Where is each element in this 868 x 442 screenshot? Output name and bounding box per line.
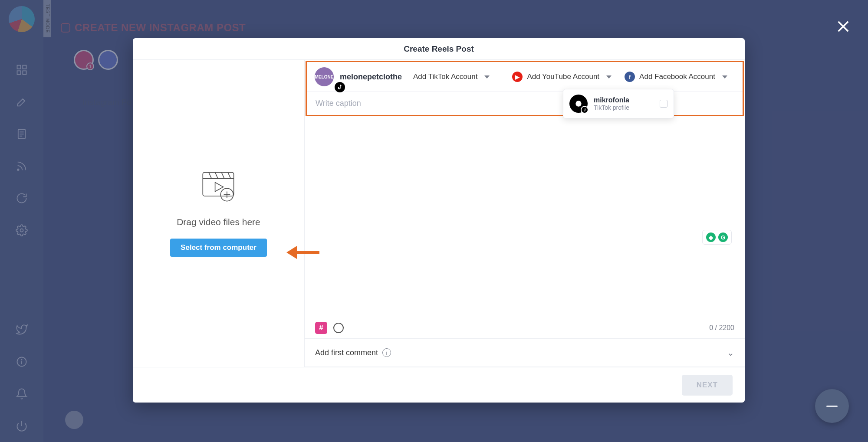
modal-footer: NEXT — [133, 367, 745, 403]
tiktok-icon — [335, 82, 345, 92]
add-youtube-label: Add YouTube Account — [527, 72, 599, 81]
tiktok-icon — [581, 106, 589, 114]
svg-line-20 — [221, 172, 224, 178]
grammarly-icon[interactable]: G — [718, 232, 728, 242]
add-tiktok-label: Add TikTok Account — [413, 72, 477, 81]
add-first-comment-toggle[interactable]: Add first comment i ⌄ — [305, 339, 745, 367]
chevron-down-icon — [722, 75, 727, 79]
add-facebook-label: Add Facebook Account — [639, 72, 715, 81]
grammarly-tone-icon[interactable]: ◆ — [706, 232, 716, 242]
facebook-icon: f — [625, 72, 635, 82]
tiktok-option-avatar — [569, 95, 588, 113]
svg-line-21 — [228, 172, 230, 178]
tiktok-option-checkbox[interactable] — [660, 100, 667, 108]
chevron-down-icon — [484, 75, 490, 79]
info-icon[interactable]: i — [382, 348, 391, 357]
reels-form: MELONE melonepetclothe Add TikTok Accoun… — [305, 60, 745, 367]
svg-line-18 — [208, 172, 211, 178]
youtube-icon: ▶ — [512, 72, 523, 82]
modal-title: Create Reels Post — [133, 38, 745, 60]
primary-account-name: melonepetclothe — [340, 72, 402, 82]
menu-fab[interactable] — [815, 389, 849, 423]
first-comment-label: Add first comment — [315, 348, 378, 357]
tiktok-option-subtitle: TikTok profile — [594, 104, 629, 111]
add-tiktok-account-button[interactable]: Add TikTok Account — [413, 72, 490, 81]
grammarly-widget[interactable]: ◆ G — [702, 230, 732, 245]
chevron-down-icon: ⌄ — [727, 347, 734, 358]
video-drop-zone[interactable]: Drag video files here Select from comput… — [133, 60, 305, 367]
emoji-button[interactable] — [333, 323, 344, 333]
video-upload-icon — [201, 170, 237, 206]
add-youtube-account-button[interactable]: ▶ Add YouTube Account — [512, 72, 612, 82]
accounts-highlight-region: MELONE melonepetclothe Add TikTok Accoun… — [306, 61, 744, 116]
annotation-arrow — [286, 246, 319, 259]
create-reels-modal: Create Reels Post Drag video files here … — [133, 38, 745, 403]
svg-line-19 — [215, 172, 217, 178]
tiktok-account-option[interactable]: mikrofonla TikTok profile — [563, 89, 674, 118]
drop-zone-text: Drag video files here — [177, 217, 260, 227]
add-facebook-account-button[interactable]: f Add Facebook Account — [625, 72, 727, 82]
primary-account-avatar: MELONE — [315, 67, 334, 86]
hashtag-button[interactable]: # — [315, 322, 327, 334]
primary-account[interactable]: MELONE melonepetclothe — [315, 67, 402, 86]
close-icon[interactable] — [836, 19, 851, 34]
chevron-down-icon — [606, 75, 612, 79]
select-from-computer-button[interactable]: Select from computer — [170, 239, 267, 257]
tiktok-option-name: mikrofonla — [594, 96, 629, 104]
next-button[interactable]: NEXT — [682, 375, 733, 396]
character-counter: 0 / 2200 — [709, 324, 734, 332]
caption-toolbar: # 0 / 2200 — [305, 318, 745, 339]
svg-point-26 — [575, 101, 581, 106]
